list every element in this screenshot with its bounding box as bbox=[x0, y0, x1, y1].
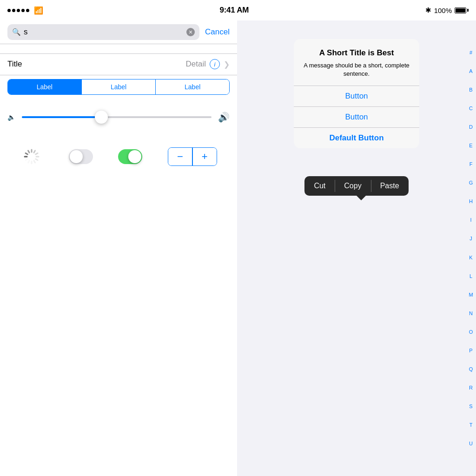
index-B[interactable]: B bbox=[469, 87, 472, 93]
slider-track-wrap bbox=[22, 108, 212, 126]
alert-header: A Short Title is Best A message should b… bbox=[294, 39, 419, 86]
index-H[interactable]: H bbox=[469, 199, 473, 204]
row-right: Detail i ❯ bbox=[186, 59, 230, 69]
index-N[interactable]: N bbox=[469, 311, 473, 316]
status-left: 📶 bbox=[7, 6, 43, 15]
activity-spinner bbox=[20, 145, 43, 168]
index-U[interactable]: U bbox=[469, 441, 473, 446]
index-L[interactable]: L bbox=[469, 274, 472, 279]
context-menu-wrap: Cut Copy Paste bbox=[237, 176, 476, 200]
index-A[interactable]: A bbox=[469, 69, 472, 74]
alert-default-button[interactable]: Default Button bbox=[294, 128, 419, 148]
alert-dialog: A Short Title is Best A message should b… bbox=[294, 39, 419, 148]
index-F[interactable]: F bbox=[469, 162, 473, 167]
toggle-off[interactable] bbox=[69, 149, 93, 164]
volume-min-icon: 🔈 bbox=[7, 113, 15, 121]
main-content: 🔍 Cancel Title Detail i ❯ Label Label bbox=[0, 20, 476, 476]
signal-dot-3 bbox=[17, 9, 20, 12]
svg-line-2 bbox=[36, 153, 38, 154]
slider-container: 🔈 🔊 bbox=[0, 99, 237, 136]
left-panel: 🔍 Cancel Title Detail i ❯ Label Label bbox=[0, 20, 237, 476]
search-container: 🔍 Cancel bbox=[0, 20, 237, 44]
index-T[interactable]: T bbox=[469, 423, 473, 428]
segmented-control: Label Label Label bbox=[7, 79, 230, 95]
context-cut[interactable]: Cut bbox=[304, 176, 335, 196]
slider-track[interactable] bbox=[22, 116, 212, 118]
chevron-right-icon: ❯ bbox=[224, 60, 230, 69]
svg-line-8 bbox=[26, 159, 27, 160]
context-menu-arrow bbox=[357, 196, 366, 200]
svg-line-11 bbox=[28, 151, 30, 152]
toggle-thumb-on bbox=[128, 150, 141, 163]
segment-1[interactable]: Label bbox=[8, 79, 81, 94]
index-J[interactable]: J bbox=[469, 236, 472, 241]
table-row[interactable]: Title Detail i ❯ bbox=[0, 53, 237, 75]
alert-title: A Short Title is Best bbox=[301, 48, 412, 58]
status-right: ✱ 100% bbox=[425, 6, 469, 14]
battery-body bbox=[455, 7, 466, 13]
stepper: − + bbox=[168, 147, 217, 166]
signal-dots bbox=[7, 9, 29, 12]
index-I[interactable]: I bbox=[470, 218, 471, 223]
context-copy[interactable]: Copy bbox=[335, 176, 370, 196]
alert-button-2[interactable]: Button bbox=[294, 107, 419, 128]
index-G[interactable]: G bbox=[469, 180, 473, 185]
index-D[interactable]: D bbox=[469, 125, 473, 130]
index-R[interactable]: R bbox=[469, 385, 473, 390]
search-clear-button[interactable] bbox=[186, 28, 195, 36]
svg-line-4 bbox=[36, 159, 38, 160]
index-C[interactable]: C bbox=[469, 106, 473, 111]
row-title: Title bbox=[7, 60, 22, 69]
segment-2[interactable]: Label bbox=[82, 79, 155, 94]
toggle-on[interactable] bbox=[118, 149, 142, 164]
segment-3[interactable]: Label bbox=[156, 79, 229, 94]
search-input[interactable] bbox=[24, 27, 184, 37]
search-icon: 🔍 bbox=[12, 28, 21, 36]
info-icon[interactable]: i bbox=[210, 59, 220, 69]
slider-fill bbox=[22, 116, 101, 118]
index-bar: # A B C D E F G H I J K L M N O P Q R S … bbox=[466, 48, 476, 448]
slider-thumb[interactable] bbox=[95, 111, 108, 124]
context-paste[interactable]: Paste bbox=[371, 176, 409, 196]
stepper-minus-button[interactable]: − bbox=[168, 148, 192, 165]
wifi-icon: 📶 bbox=[34, 6, 43, 15]
search-bar: 🔍 bbox=[7, 24, 199, 40]
alert-message: A message should be a short, complete se… bbox=[301, 61, 412, 78]
signal-dot-1 bbox=[7, 9, 11, 12]
battery-percent: 100% bbox=[434, 7, 452, 14]
index-Q[interactable]: Q bbox=[469, 367, 473, 372]
battery-tip bbox=[467, 9, 469, 12]
signal-dot-2 bbox=[12, 9, 15, 12]
status-time: 9:41 AM bbox=[220, 6, 249, 15]
svg-line-10 bbox=[26, 153, 27, 154]
right-panel: A Short Title is Best A message should b… bbox=[237, 20, 476, 476]
bluetooth-icon: ✱ bbox=[425, 6, 431, 14]
index-P[interactable]: P bbox=[469, 348, 472, 353]
signal-dot-5 bbox=[26, 9, 29, 12]
stepper-plus-button[interactable]: + bbox=[193, 148, 217, 165]
index-E[interactable]: E bbox=[469, 143, 472, 148]
detail-text: Detail bbox=[186, 60, 206, 69]
index-O[interactable]: O bbox=[469, 330, 473, 335]
svg-line-1 bbox=[34, 151, 35, 152]
bottom-controls: − + bbox=[0, 136, 237, 173]
battery-fill bbox=[456, 8, 465, 13]
segmented-container: Label Label Label bbox=[0, 75, 237, 99]
index-K[interactable]: K bbox=[469, 255, 472, 260]
context-menu: Cut Copy Paste bbox=[304, 176, 408, 196]
toggle-thumb-off bbox=[70, 150, 83, 163]
index-S[interactable]: S bbox=[469, 404, 472, 409]
index-M[interactable]: M bbox=[469, 292, 473, 298]
signal-dot-4 bbox=[21, 9, 25, 12]
status-bar: 📶 9:41 AM ✱ 100% bbox=[0, 0, 476, 20]
volume-max-icon: 🔊 bbox=[218, 112, 230, 123]
index-hash[interactable]: # bbox=[469, 50, 472, 55]
cancel-button[interactable]: Cancel bbox=[205, 27, 230, 37]
empty-1 bbox=[0, 44, 237, 53]
svg-line-7 bbox=[28, 160, 30, 162]
svg-line-5 bbox=[34, 160, 35, 162]
alert-container: A Short Title is Best A message should b… bbox=[237, 20, 476, 158]
alert-button-1[interactable]: Button bbox=[294, 86, 419, 107]
battery-icon bbox=[455, 7, 469, 13]
